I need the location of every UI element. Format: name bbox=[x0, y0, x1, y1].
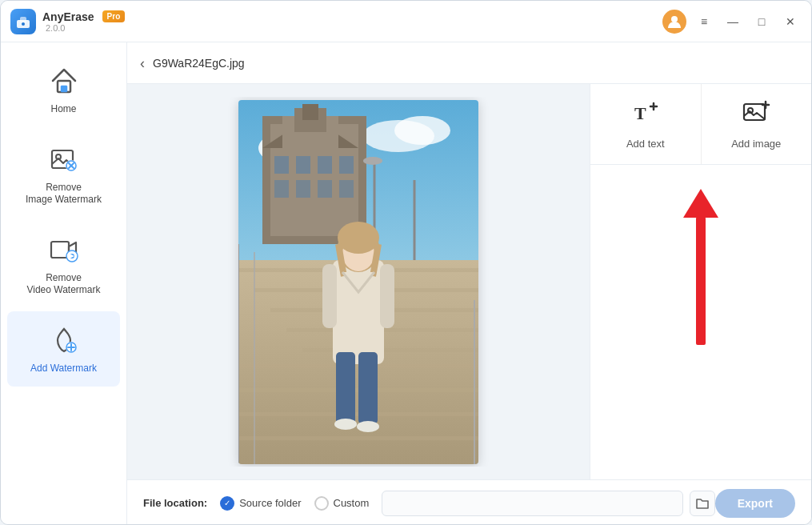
editor-area: T Add text bbox=[127, 84, 811, 479]
svg-rect-5 bbox=[61, 86, 67, 92]
add-watermark-icon-wrap bbox=[46, 323, 82, 358]
source-folder-radio[interactable]: ✓ Source folder bbox=[220, 496, 301, 511]
sidebar-remove-video-label: Remove Video Watermark bbox=[26, 272, 100, 297]
svg-rect-60 bbox=[380, 264, 394, 328]
sidebar-item-remove-video[interactable]: Remove Video Watermark bbox=[7, 221, 120, 308]
image-canvas bbox=[140, 97, 577, 467]
svg-rect-56 bbox=[358, 352, 378, 424]
arrow-area bbox=[590, 165, 811, 479]
title-bar: AnyErase Pro 2.0.0 ≡ — □ ✕ bbox=[1, 1, 811, 42]
content-topbar: ‹ G9WaR24EgC.jpg bbox=[127, 42, 811, 84]
custom-radio[interactable]: Custom bbox=[314, 496, 370, 511]
svg-point-3 bbox=[671, 16, 678, 22]
back-button[interactable]: ‹ bbox=[140, 56, 145, 70]
arrow-head bbox=[683, 189, 718, 218]
remove-image-icon-wrap bbox=[46, 142, 82, 177]
custom-path-input[interactable] bbox=[382, 491, 682, 516]
sidebar: Home Remove Image Watermark bbox=[1, 42, 127, 525]
svg-point-63 bbox=[338, 222, 379, 254]
minimize-button[interactable]: — bbox=[722, 10, 744, 33]
svg-rect-46 bbox=[302, 348, 478, 352]
right-panel: T Add text bbox=[590, 84, 811, 479]
remove-video-icon-wrap bbox=[46, 232, 82, 267]
maximize-button[interactable]: □ bbox=[750, 10, 773, 33]
svg-rect-32 bbox=[318, 156, 332, 174]
svg-point-23 bbox=[394, 116, 450, 145]
export-button[interactable]: Export bbox=[715, 489, 795, 518]
svg-point-57 bbox=[334, 419, 357, 430]
home-icon-wrap bbox=[46, 63, 82, 98]
sidebar-item-add-watermark[interactable]: Add Watermark bbox=[7, 311, 120, 387]
svg-rect-55 bbox=[336, 352, 355, 424]
custom-radio-circle bbox=[314, 496, 329, 511]
menu-button[interactable]: ≡ bbox=[693, 10, 715, 33]
title-bar-controls: ≡ — □ ✕ bbox=[662, 10, 802, 34]
highlight-arrow bbox=[683, 189, 718, 345]
main-layout: Home Remove Image Watermark bbox=[1, 42, 811, 525]
content-area: ‹ G9WaR24EgC.jpg bbox=[127, 42, 811, 525]
add-image-label: Add image bbox=[731, 138, 781, 150]
user-avatar[interactable] bbox=[662, 10, 686, 34]
source-folder-radio-check: ✓ bbox=[220, 496, 234, 511]
sidebar-item-remove-image[interactable]: Remove Image Watermark bbox=[7, 130, 120, 218]
app-logo bbox=[10, 9, 36, 34]
sidebar-home-label: Home bbox=[50, 103, 76, 116]
sidebar-remove-image-label: Remove Image Watermark bbox=[26, 182, 102, 206]
svg-rect-29 bbox=[302, 104, 318, 120]
file-location-label: File location: bbox=[143, 497, 207, 509]
svg-text:T: T bbox=[634, 103, 646, 123]
pro-badge: Pro bbox=[102, 10, 126, 22]
source-folder-label: Source folder bbox=[239, 497, 301, 509]
add-text-label: Add text bbox=[626, 138, 665, 150]
svg-point-39 bbox=[363, 157, 382, 165]
browse-folder-button[interactable] bbox=[690, 491, 715, 516]
svg-rect-36 bbox=[318, 180, 332, 198]
add-text-button[interactable]: T Add text bbox=[590, 84, 701, 164]
preview-panel bbox=[127, 84, 590, 479]
svg-rect-30 bbox=[274, 156, 289, 174]
file-name: G9WaR24EgC.jpg bbox=[153, 57, 245, 70]
add-text-icon: T bbox=[631, 98, 660, 133]
bottom-bar: File location: ✓ Source folder Custom bbox=[127, 479, 811, 525]
svg-rect-37 bbox=[339, 180, 354, 198]
arrow-body bbox=[696, 217, 706, 345]
svg-rect-35 bbox=[296, 180, 310, 198]
close-button[interactable]: ✕ bbox=[779, 10, 802, 33]
watermark-tools: T Add text bbox=[590, 84, 811, 165]
svg-rect-31 bbox=[296, 156, 310, 174]
svg-rect-50 bbox=[238, 436, 478, 440]
svg-rect-33 bbox=[339, 156, 354, 174]
custom-label: Custom bbox=[334, 497, 370, 509]
sidebar-item-home[interactable]: Home bbox=[7, 52, 120, 127]
add-image-icon bbox=[742, 98, 770, 133]
app-name: AnyErase bbox=[42, 10, 94, 23]
sidebar-add-watermark-label: Add Watermark bbox=[30, 363, 97, 375]
svg-rect-59 bbox=[322, 264, 337, 328]
app-version: 2.0.0 bbox=[46, 23, 125, 33]
svg-point-2 bbox=[22, 22, 25, 26]
svg-rect-34 bbox=[274, 180, 289, 198]
svg-rect-1 bbox=[20, 17, 26, 23]
svg-point-58 bbox=[357, 421, 379, 432]
add-image-button[interactable]: Add image bbox=[701, 84, 812, 164]
